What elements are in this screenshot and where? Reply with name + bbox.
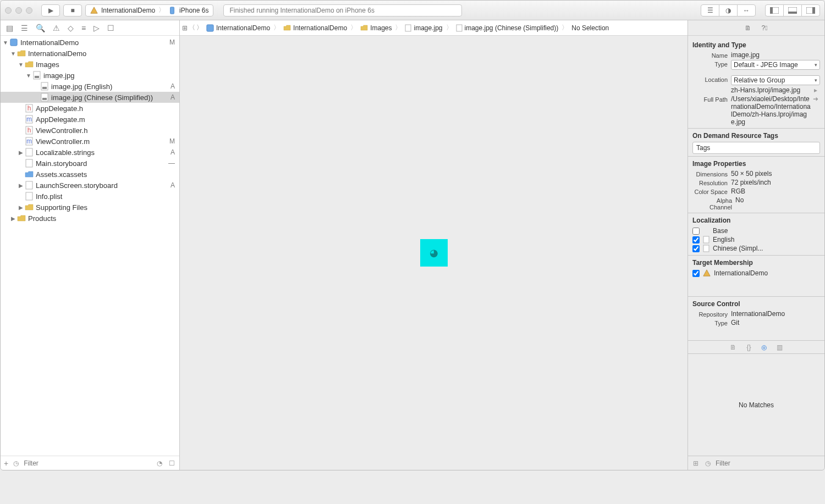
test-nav-icon[interactable]: ◇ — [68, 24, 74, 32]
tree-label: Assets.xcassets — [36, 170, 87, 179]
zoom-window-icon[interactable] — [26, 7, 32, 14]
reveal-in-finder-icon[interactable]: ➜ — [811, 95, 820, 103]
editor-canvas[interactable]: ◕ — [180, 36, 688, 470]
forward-icon[interactable]: 〉 — [196, 23, 203, 32]
scheme-selector[interactable]: InternationalDemo 〉 iPhone 6s — [85, 4, 213, 16]
quick-help-icon[interactable]: ?⃝ — [761, 24, 767, 32]
symbol-nav-icon[interactable]: ☰ — [21, 24, 28, 32]
jump-bar[interactable]: ⊞ 〈 〉 InternationalDemo〉 InternationalDe… — [180, 20, 688, 36]
disclosure-open-icon[interactable]: ▼ — [10, 51, 16, 57]
tree-row-assets[interactable]: Assets.xcassets — [1, 169, 179, 180]
recent-icon[interactable]: ◔ — [155, 459, 164, 468]
tree-row-locstrings[interactable]: ▶ Localizable.strings A — [1, 147, 179, 158]
tree-row-vc-h[interactable]: h ViewController.h — [1, 125, 179, 136]
close-window-icon[interactable] — [5, 7, 12, 14]
disclosure-closed-icon[interactable]: ▶ — [18, 149, 24, 156]
file-template-icon[interactable]: 🗎 — [730, 344, 736, 351]
location-select[interactable]: Relative to Group▾ — [731, 75, 820, 85]
localization-zh-checkbox[interactable] — [692, 245, 700, 252]
related-items-icon[interactable]: ⊞ — [182, 24, 188, 32]
tree-row-group[interactable]: ▼ InternationalDemo — [1, 48, 179, 59]
target-checkbox[interactable] — [692, 270, 700, 277]
tree-row-appdelegate-m[interactable]: m AppDelegate.m — [1, 114, 179, 125]
tree-row-support[interactable]: ▶ Supporting Files — [1, 202, 179, 213]
localization-en-row[interactable]: English — [692, 235, 820, 244]
jumpbar-segment[interactable]: Images — [358, 24, 394, 32]
tree-row-project[interactable]: ▼ InternationalDemo M — [1, 37, 179, 48]
localization-base-checkbox[interactable] — [692, 228, 700, 235]
target-row[interactable]: InternationalDemo — [692, 269, 820, 278]
localization-en-checkbox[interactable] — [692, 236, 700, 243]
issue-nav-icon[interactable]: ⚠ — [53, 24, 60, 32]
assistant-editor-button[interactable]: ◑ — [719, 4, 738, 16]
code-snippet-icon[interactable]: {} — [746, 344, 751, 351]
disclosure-open-icon[interactable]: ▼ — [18, 62, 24, 68]
disclosure-open-icon[interactable]: ▼ — [26, 73, 31, 79]
jumpbar-segment[interactable]: image.jpg (Chinese (Simplified)) — [454, 24, 561, 32]
jumpbar-segment[interactable]: InternationalDemo — [204, 24, 272, 32]
project-tree[interactable]: ▼ InternationalDemo M ▼ InternationalDem… — [1, 36, 179, 456]
disclosure-closed-icon[interactable]: ▶ — [18, 182, 24, 189]
tree-row-image-en[interactable]: image.jpg (English) A — [1, 81, 179, 92]
run-button[interactable]: ▶ — [41, 4, 60, 16]
tree-row-mainsb[interactable]: Main.storyboard — — [1, 158, 179, 169]
disclosure-closed-icon[interactable]: ▶ — [18, 204, 24, 211]
toggle-debug-button[interactable] — [783, 4, 802, 16]
vcs-status: A — [170, 82, 175, 90]
breakpoint-nav-icon[interactable]: ▷ — [94, 24, 100, 32]
scheme-device-label: iPhone 6s — [179, 7, 208, 14]
field-value: zh-Hans.lproj/image.jpg — [731, 86, 811, 94]
tree-label: AppDelegate.m — [36, 115, 85, 124]
toggle-navigator-button[interactable] — [765, 4, 784, 16]
standard-editor-button[interactable]: ☰ — [701, 4, 719, 16]
jumpbar-segment[interactable]: image.jpg — [403, 24, 444, 32]
jumpbar-segment[interactable]: No Selection — [569, 24, 611, 32]
stop-button[interactable]: ■ — [63, 4, 82, 16]
tree-row-appdelegate-h[interactable]: h AppDelegate.h — [1, 103, 179, 114]
activity-status[interactable]: Finished running InternationalDemo on iP… — [223, 4, 461, 16]
navigator-filter-input[interactable] — [24, 459, 152, 467]
odr-tags-input[interactable]: Tags — [692, 142, 820, 154]
project-nav-icon[interactable]: ▤ — [6, 24, 13, 32]
choose-path-icon[interactable]: ▸ — [811, 86, 820, 94]
minimize-window-icon[interactable] — [15, 7, 22, 14]
library-filter-input[interactable] — [716, 459, 821, 467]
grid-icon[interactable]: ⊞ — [691, 459, 700, 468]
scope-icon[interactable]: ◷ — [12, 459, 20, 468]
placeholder-text: Tags — [696, 144, 710, 152]
back-icon[interactable]: 〈 — [189, 23, 195, 32]
tree-row-image-zh[interactable]: image.jpg (Chinese (Simplified)) A — [1, 92, 179, 103]
tree-row-launchsb[interactable]: ▶ LaunchScreen.storyboard A — [1, 180, 179, 191]
localization-base-row[interactable]: Base — [692, 226, 820, 235]
object-library-icon[interactable]: ◎ — [761, 344, 767, 351]
chevron-right-icon: 〉 — [350, 23, 357, 32]
field-value[interactable]: image.jpg — [731, 51, 820, 59]
jumpbar-segment[interactable]: InternationalDemo — [281, 24, 349, 32]
section-identity-header: Identity and Type — [692, 41, 820, 49]
field-dimensions: Dimensions50 × 50 pixels — [692, 170, 820, 178]
type-select[interactable]: Default - JPEG Image▾ — [731, 60, 820, 70]
tree-row-imagejpg[interactable]: ▼ image.jpg — [1, 70, 179, 81]
scope-icon[interactable]: ◷ — [703, 459, 712, 468]
localization-zh-row[interactable]: Chinese (Simpl... — [692, 244, 820, 253]
left-panel-icon — [770, 7, 779, 14]
impl-file-icon: m — [25, 137, 33, 146]
toggle-inspector-button[interactable] — [801, 4, 820, 16]
xcodeproj-icon — [10, 38, 18, 46]
find-nav-icon[interactable]: 🔍 — [36, 24, 45, 32]
media-library-icon[interactable]: ▥ — [777, 344, 783, 351]
disclosure-closed-icon[interactable]: ▶ — [10, 215, 16, 221]
version-editor-button[interactable]: ↔ — [737, 4, 756, 16]
disclosure-open-icon[interactable]: ▼ — [3, 40, 8, 46]
file-inspector-icon[interactable]: 🗎 — [745, 24, 751, 32]
tree-row-products[interactable]: ▶ Products — [1, 213, 179, 224]
header-file-icon: h — [25, 126, 33, 135]
debug-nav-icon[interactable]: ≡ — [81, 24, 86, 32]
tree-row-info[interactable]: Info.plist — [1, 191, 179, 202]
tree-row-images[interactable]: ▼ Images — [1, 59, 179, 70]
scm-icon[interactable]: ☐ — [167, 459, 176, 468]
add-icon[interactable]: + — [4, 459, 8, 468]
localization-label: Base — [713, 227, 728, 235]
report-nav-icon[interactable]: ☐ — [107, 24, 114, 32]
tree-row-vc-m[interactable]: m ViewController.m M — [1, 136, 179, 147]
